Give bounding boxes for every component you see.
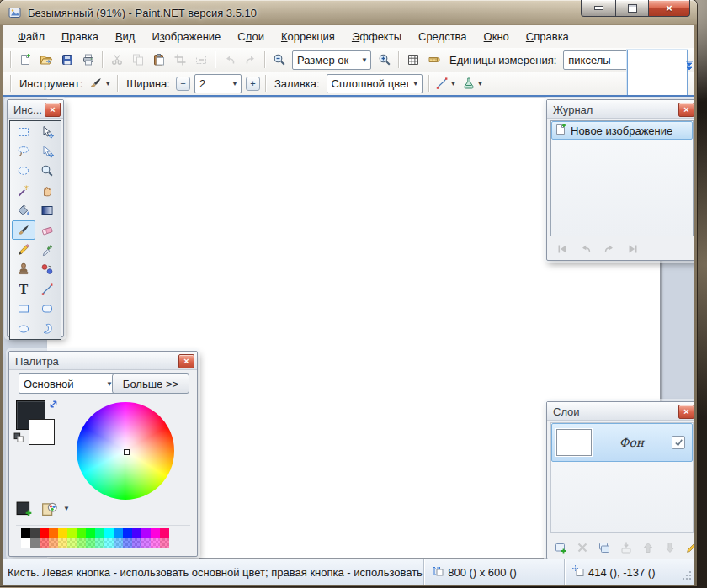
crop-to-selection-button[interactable] <box>169 50 190 70</box>
paste-button[interactable] <box>148 50 169 70</box>
history-item[interactable]: Новое изображение <box>551 121 693 140</box>
antialiasing-dropdown[interactable]: ▼ <box>462 77 484 90</box>
undo-button[interactable] <box>219 50 240 70</box>
gradient-tool[interactable] <box>35 201 59 220</box>
palette-window-close-button[interactable]: × <box>178 354 194 368</box>
color-swatch[interactable] <box>58 528 67 538</box>
color-swatch[interactable] <box>132 528 141 538</box>
color-swatch[interactable] <box>123 528 132 538</box>
color-swatch[interactable] <box>132 538 141 548</box>
ellipse-select-tool[interactable] <box>12 162 35 181</box>
color-swatch[interactable] <box>151 538 160 548</box>
color-swatch[interactable] <box>67 528 77 538</box>
move-selected-pixels-tool[interactable] <box>35 122 59 141</box>
color-swatch[interactable] <box>77 538 86 548</box>
rectangle-tool[interactable] <box>12 299 35 319</box>
color-swatch[interactable] <box>95 538 104 548</box>
menu-item-правка[interactable]: Правка <box>53 26 107 47</box>
toolbar-overflow-chevron-icon[interactable] <box>683 59 694 72</box>
paint-bucket-tool[interactable] <box>12 201 35 220</box>
fill-style-combo[interactable]: Сплошной цвет▼ <box>327 74 423 93</box>
color-swatch[interactable] <box>141 538 151 548</box>
rounded-rectangle-tool[interactable] <box>35 299 59 319</box>
color-swatch[interactable] <box>21 538 30 548</box>
save-button[interactable] <box>56 50 77 70</box>
delete-layer-button[interactable] <box>573 539 591 556</box>
move-layer-up-button[interactable] <box>639 539 656 556</box>
pan-tool[interactable] <box>35 181 59 200</box>
zoom-out-button[interactable] <box>268 50 290 70</box>
color-swatch[interactable] <box>67 538 77 548</box>
palette-manager-chevron-icon[interactable]: ▼ <box>63 505 70 512</box>
color-swatch[interactable] <box>21 528 30 538</box>
color-swatch[interactable] <box>114 538 123 548</box>
zoom-level-combo[interactable]: Размер ок▼ <box>292 50 371 70</box>
width-decrease-button[interactable]: − <box>176 77 190 91</box>
merge-layer-down-button[interactable] <box>617 539 635 556</box>
rectangle-select-tool[interactable] <box>12 122 35 141</box>
menu-item-файл[interactable]: Файл <box>9 26 53 47</box>
move-layer-down-button[interactable] <box>661 539 678 556</box>
menu-item-слои[interactable]: Слои <box>229 26 273 47</box>
open-button[interactable] <box>35 50 56 70</box>
color-swatch[interactable] <box>160 538 169 548</box>
paintbrush-tool[interactable] <box>12 220 35 240</box>
color-swatch[interactable] <box>40 528 49 538</box>
color-swatch[interactable] <box>123 538 132 548</box>
reset-colors-icon[interactable] <box>13 432 24 443</box>
resize-grip[interactable] <box>679 568 693 581</box>
layer-visibility-checkbox[interactable] <box>672 436 685 449</box>
color-swatch[interactable] <box>104 528 114 538</box>
line-style-dropdown[interactable]: ▼ <box>435 77 457 90</box>
secondary-color-swatch[interactable] <box>29 419 55 445</box>
add-layer-button[interactable] <box>551 539 569 556</box>
title-bar[interactable]: Безымянный (91%) - Paint.NET версия 3.5.… <box>0 0 697 25</box>
history-fast-forward-button[interactable] <box>625 241 641 257</box>
history-redo-button[interactable] <box>601 241 618 257</box>
color-swatch[interactable] <box>49 528 58 538</box>
line-curve-tool[interactable] <box>35 279 59 299</box>
color-swatch[interactable] <box>114 528 123 538</box>
freeform-shape-tool[interactable] <box>35 319 59 338</box>
color-swatch[interactable] <box>40 538 49 548</box>
deselect-button[interactable] <box>190 50 211 70</box>
zoom-tool[interactable] <box>35 162 59 181</box>
color-swatch[interactable] <box>49 538 58 548</box>
tools-window-close-button[interactable]: × <box>45 103 61 117</box>
layer-properties-button[interactable] <box>683 539 694 556</box>
color-swatch[interactable] <box>58 538 67 548</box>
color-swatch[interactable] <box>30 528 40 538</box>
maximize-button[interactable] <box>616 0 649 17</box>
palette-manager-icon[interactable] <box>40 500 58 518</box>
cut-button[interactable] <box>106 50 127 70</box>
color-swatch[interactable] <box>30 538 40 548</box>
eraser-tool[interactable] <box>35 220 59 240</box>
zoom-in-button[interactable] <box>374 50 395 70</box>
close-button[interactable]: × <box>649 0 690 17</box>
menu-item-коррекция[interactable]: Коррекция <box>273 26 343 47</box>
menu-item-средства[interactable]: Средства <box>410 26 476 47</box>
recolor-tool[interactable] <box>35 260 59 279</box>
ruler-toggle-button[interactable] <box>423 50 444 70</box>
print-button[interactable] <box>77 50 98 70</box>
color-swatch[interactable] <box>141 528 151 538</box>
add-color-icon[interactable] <box>16 501 33 518</box>
copy-button[interactable] <box>127 50 148 70</box>
palette-window-titlebar[interactable]: Палитра × <box>9 352 197 370</box>
minimize-button[interactable] <box>581 0 616 17</box>
menu-item-вид[interactable]: Вид <box>107 26 144 47</box>
color-swatch[interactable] <box>86 538 95 548</box>
color-picker-tool[interactable] <box>35 240 59 259</box>
clone-stamp-tool[interactable] <box>12 260 35 279</box>
menu-item-окно[interactable]: Окно <box>476 26 518 47</box>
swap-colors-icon[interactable] <box>48 399 59 410</box>
color-swatch[interactable] <box>151 528 160 538</box>
brush-width-combo[interactable]: 2▼ <box>194 74 242 93</box>
width-increase-button[interactable]: + <box>246 77 260 91</box>
palette-mode-combo[interactable]: Основной ▼ <box>19 373 116 394</box>
layer-row[interactable]: Фон <box>551 423 693 462</box>
layers-window-close-button[interactable]: × <box>678 405 694 419</box>
tools-window-titlebar[interactable]: Инс... × <box>8 100 63 119</box>
color-swatch[interactable] <box>77 528 86 538</box>
color-swatch[interactable] <box>104 538 114 548</box>
